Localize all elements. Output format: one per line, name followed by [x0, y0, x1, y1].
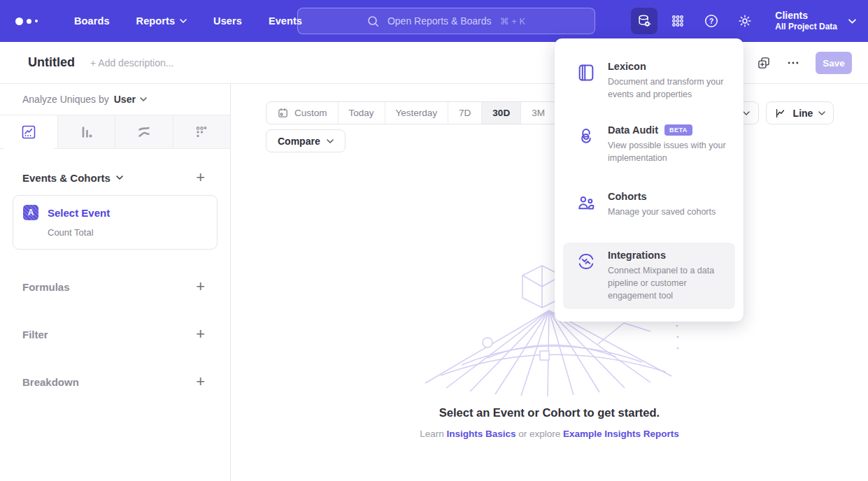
beta-badge: BETA [664, 124, 692, 136]
analyze-label: Analyze Uniques by [22, 94, 109, 105]
analyze-entity-dropdown[interactable]: User [114, 94, 147, 105]
mixpanel-logo[interactable] [15, 17, 48, 25]
primary-nav: Boards Reports Users Events [74, 15, 302, 27]
top-navigation-bar: Boards Reports Users Events Open Reports… [0, 0, 868, 42]
data-management-menu: Lexicon Document and transform your even… [555, 38, 744, 322]
tab-metrics-grid[interactable] [173, 115, 231, 149]
empty-state-links: Learn Insights Basics or explore Example… [231, 429, 868, 439]
integrations-sync-icon [576, 251, 597, 272]
count-total-selector[interactable]: Count Total [48, 227, 207, 238]
mixpanel-insights-page: Boards Reports Users Events Open Reports… [0, 0, 868, 481]
menu-item-description: Manage your saved cohorts [608, 206, 728, 218]
filter-label: Filter [22, 329, 48, 340]
help-button[interactable]: ? [698, 8, 725, 34]
lexicon-book-icon [576, 62, 597, 83]
compare-dropdown[interactable]: Compare [266, 129, 346, 152]
nav-reports[interactable]: Reports [136, 15, 187, 27]
org-name: Clients [775, 9, 837, 22]
learn-prefix: Learn [420, 429, 446, 439]
insights-basics-link[interactable]: Insights Basics [446, 429, 515, 439]
cohorts-people-icon [576, 192, 597, 213]
search-input[interactable]: Open Reports & Boards ⌘ + K [297, 8, 595, 34]
chevron-down-icon [116, 175, 123, 180]
apps-grid-button[interactable] [664, 8, 691, 34]
menu-item-data-audit[interactable]: Data Audit BETA View possible issues wit… [563, 117, 735, 171]
search-placeholder: Open Reports & Boards [387, 15, 492, 27]
search-icon [367, 15, 379, 27]
database-gear-icon [636, 13, 652, 29]
chart-type-tabs [0, 115, 230, 149]
menu-item-cohorts[interactable]: Cohorts Manage your saved cohorts [563, 184, 735, 225]
empty-state-title: Select an Event or Cohort to get started… [231, 406, 868, 419]
apps-grid-icon [670, 13, 685, 29]
settings-button[interactable] [732, 8, 758, 34]
nav-boards[interactable]: Boards [74, 15, 110, 27]
event-row-card[interactable]: A Select Event Count Total [13, 195, 218, 250]
duplicate-button[interactable] [757, 56, 771, 70]
menu-item-description: View possible issues with your implement… [608, 139, 728, 164]
chevron-down-icon [848, 19, 855, 23]
tab-line-chart[interactable] [0, 115, 57, 149]
help-icon: ? [704, 13, 719, 29]
bar-chart-icon [78, 124, 94, 141]
date-range-custom[interactable]: Custom [266, 102, 338, 124]
date-range-selector: Custom Today Yesterday 7D 30D 3M 6M [266, 101, 591, 124]
chart-style-dropdown[interactable]: Line [766, 101, 834, 124]
date-range-3m[interactable]: 3M [520, 102, 555, 124]
example-reports-link[interactable]: Example Insights Reports [563, 429, 679, 439]
filter-section: Filter + [0, 326, 230, 342]
chevron-down-icon [743, 111, 750, 115]
add-breakdown-button[interactable]: + [196, 374, 205, 389]
save-button[interactable]: Save [816, 52, 852, 74]
menu-item-description: Connect Mixpanel to a data pipeline or c… [608, 264, 728, 302]
add-description-field[interactable]: + Add description... [90, 57, 173, 69]
menu-item-lexicon[interactable]: Lexicon Document and transform your even… [563, 54, 735, 108]
project-switcher[interactable]: Clients All Project Data [775, 9, 855, 33]
tab-flow-chart[interactable] [115, 115, 173, 149]
events-cohorts-toggle[interactable]: Events & Cohorts [22, 172, 123, 184]
calendar-icon [277, 107, 289, 119]
data-audit-lock-icon [576, 126, 597, 147]
flow-chart-icon [136, 124, 152, 141]
line-chart-icon [20, 124, 37, 141]
topnav-right-cluster: ? Clients All Project Data [631, 0, 868, 42]
report-actions: Save [757, 42, 852, 84]
data-management-button[interactable] [631, 8, 657, 34]
menu-item-title: Lexicon [608, 61, 646, 72]
chevron-down-icon [818, 111, 825, 115]
chevron-down-icon [327, 139, 334, 143]
formulas-label: Formulas [22, 281, 70, 293]
menu-item-description: Document and transform your events and p… [608, 76, 728, 101]
menu-item-integrations[interactable]: Integrations Connect Mixpanel to a data … [563, 243, 735, 309]
middle-text: or explore [515, 429, 563, 439]
select-event-button[interactable]: Select Event [48, 207, 110, 219]
nav-users[interactable]: Users [213, 15, 242, 27]
metrics-grid-icon [193, 124, 210, 141]
menu-item-title: Cohorts [608, 191, 647, 202]
project-name: All Project Data [775, 22, 837, 33]
analyze-row: Analyze Uniques by User [0, 84, 230, 115]
query-sidebar: Analyze Uniques by User [0, 84, 231, 481]
menu-item-title: Integrations [608, 250, 666, 261]
date-range-today[interactable]: Today [338, 102, 385, 124]
line-style-icon [774, 106, 788, 120]
chevron-down-icon [180, 19, 187, 23]
report-title[interactable]: Untitled [28, 55, 75, 70]
series-a-badge: A [23, 205, 38, 220]
add-event-button[interactable]: + [196, 170, 205, 185]
add-formula-button[interactable]: + [196, 279, 205, 294]
more-options-button[interactable] [786, 56, 800, 70]
breakdown-section: Breakdown + [0, 374, 230, 389]
chevron-down-icon [140, 97, 147, 101]
tab-bar-chart[interactable] [57, 115, 115, 149]
gear-icon [737, 13, 753, 29]
date-range-7d[interactable]: 7D [448, 102, 481, 124]
date-range-yesterday[interactable]: Yesterday [385, 102, 448, 124]
add-filter-button[interactable]: + [196, 326, 205, 342]
breakdown-label: Breakdown [22, 376, 79, 388]
menu-item-title: Data Audit [608, 124, 658, 136]
date-range-30d[interactable]: 30D [481, 102, 520, 124]
events-cohorts-header: Events & Cohorts + [0, 170, 230, 185]
svg-text:?: ? [709, 17, 713, 25]
search-shortcut: ⌘ + K [500, 16, 526, 27]
